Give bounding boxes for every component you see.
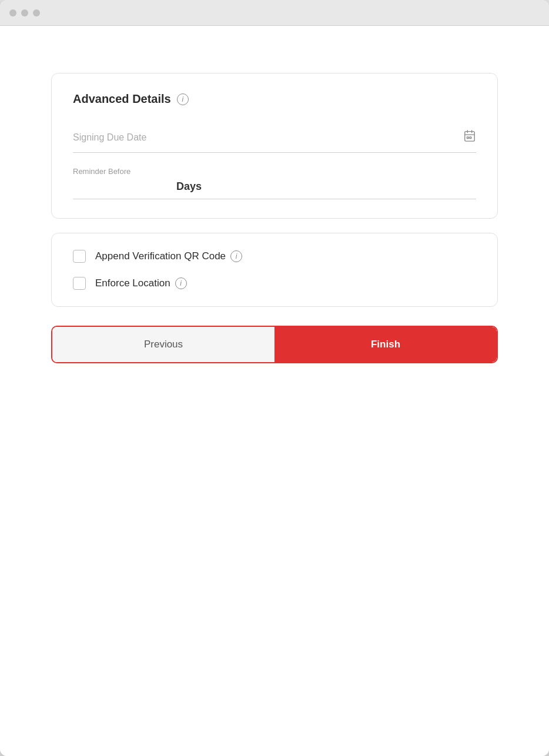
section-title-text: Advanced Details (73, 92, 171, 106)
reminder-section: Reminder Before Days (73, 167, 476, 199)
enforce-location-label: Enforce Location i (95, 277, 187, 289)
enforce-location-checkbox[interactable] (73, 277, 86, 290)
days-label: Days (176, 180, 202, 193)
content-area: Advanced Details i (0, 26, 549, 756)
section-title: Advanced Details i (73, 92, 476, 106)
svg-rect-5 (470, 137, 471, 139)
traffic-lights (9, 9, 40, 16)
finish-button[interactable]: Finish (274, 327, 497, 362)
minimize-button[interactable] (21, 9, 28, 16)
previous-button[interactable]: Previous (52, 327, 274, 362)
append-qr-row: Append Verification QR Code i (73, 250, 476, 263)
checkboxes-card: Append Verification QR Code i Enforce Lo… (51, 233, 498, 307)
calendar-icon[interactable] (463, 129, 476, 145)
append-qr-label: Append Verification QR Code i (95, 250, 242, 262)
reminder-label: Reminder Before (73, 167, 476, 176)
advanced-details-info-icon[interactable]: i (177, 93, 189, 105)
advanced-details-card: Advanced Details i (51, 73, 498, 219)
enforce-location-row: Enforce Location i (73, 277, 476, 290)
append-qr-checkbox[interactable] (73, 250, 86, 263)
close-button[interactable] (9, 9, 16, 16)
append-qr-info-icon[interactable]: i (230, 250, 242, 262)
reminder-row: Days (73, 180, 476, 199)
signing-due-date-input[interactable] (73, 132, 463, 143)
svg-rect-0 (465, 132, 475, 142)
actions-wrapper: Previous Finish (51, 326, 498, 363)
bottom-actions: Previous Finish (51, 326, 498, 363)
svg-rect-4 (467, 137, 468, 139)
reminder-days-input[interactable] (73, 182, 167, 192)
maximize-button[interactable] (33, 9, 40, 16)
title-bar (0, 0, 549, 26)
enforce-location-info-icon[interactable]: i (175, 277, 187, 289)
form-container: Advanced Details i (51, 73, 498, 363)
app-window: Advanced Details i (0, 0, 549, 756)
signing-due-date-field (73, 122, 476, 153)
signing-due-date-row (73, 122, 476, 153)
